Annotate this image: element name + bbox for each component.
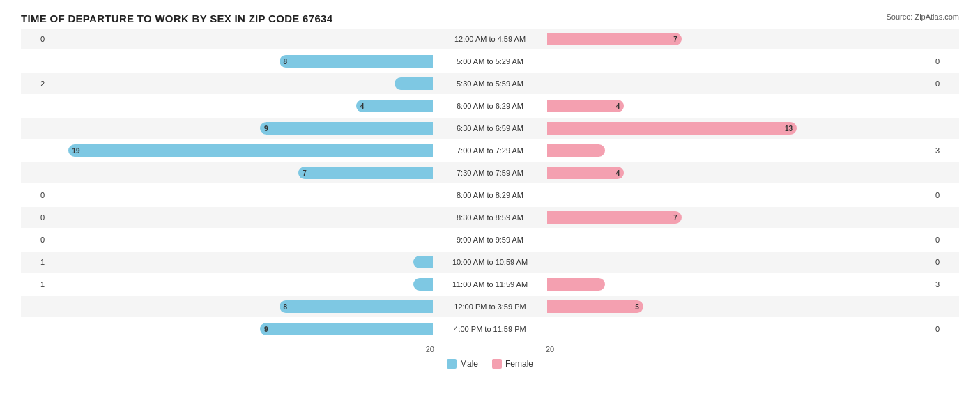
female-bar-area: 4 (546, 167, 931, 179)
female-bar-value: 4 (616, 169, 620, 177)
axis-left-max: 20 (426, 345, 434, 353)
female-outside-value: 3 (931, 280, 959, 289)
male-outside-value: 1 (21, 280, 49, 289)
female-bar-area (546, 55, 931, 68)
time-label: 4:00 PM to 11:59 PM (434, 325, 546, 333)
chart-row: 8 5:00 AM to 5:29 AM 0 (21, 51, 959, 72)
female-bar-area (546, 323, 931, 335)
male-bar: 7 (298, 167, 433, 179)
female-bar-area (546, 278, 931, 291)
male-bar: 8 (280, 55, 433, 68)
time-label: 6:30 AM to 6:59 AM (434, 124, 546, 132)
time-label: 12:00 PM to 3:59 PM (434, 302, 546, 311)
male-bar-area (49, 189, 434, 201)
female-bar-area (546, 189, 931, 201)
chart-container: TIME OF DEPARTURE TO WORK BY SEX IN ZIP … (0, 0, 980, 414)
male-bar-area (49, 233, 434, 246)
male-bar-area: 9 (49, 122, 434, 135)
female-bar-area (546, 256, 931, 268)
chart-row: 0 12:00 AM to 4:59 AM 7 (21, 29, 959, 49)
chart-row: 0 8:30 AM to 8:59 AM 7 (21, 207, 959, 228)
time-label: 5:00 AM to 5:29 AM (434, 57, 546, 66)
female-bar-value: 4 (616, 102, 620, 110)
female-bar (547, 144, 605, 157)
male-outside-value: 0 (21, 35, 49, 43)
legend-male: Male (447, 359, 478, 369)
male-bar (413, 256, 433, 268)
male-outside-value: 0 (21, 191, 49, 199)
female-outside-value: 0 (931, 325, 959, 333)
male-outside-value: 1 (21, 258, 49, 266)
male-outside-value: 0 (21, 236, 49, 244)
male-outside-value: 2 (21, 79, 49, 88)
male-bar-area: 8 (49, 55, 434, 68)
male-outside-value: 0 (21, 213, 49, 222)
chart-row: 9 4:00 PM to 11:59 PM 0 (21, 319, 959, 339)
chart-row: 7 7:30 AM to 7:59 AM 4 (21, 162, 959, 183)
chart-row: 9 6:30 AM to 6:59 AM 13 (21, 118, 959, 139)
male-bar-value: 9 (264, 125, 268, 132)
female-bar-value: 7 (673, 36, 677, 43)
male-bar-value: 9 (264, 325, 268, 333)
chart-row: 19 7:00 AM to 7:29 AM 3 (21, 140, 959, 161)
chart-row: 8 12:00 PM to 3:59 PM 5 (21, 296, 959, 317)
legend-female: Female (492, 359, 533, 369)
male-bar-area (49, 211, 434, 224)
male-bar-area: 19 (49, 144, 434, 157)
chart-row: 0 8:00 AM to 8:29 AM 0 (21, 185, 959, 206)
time-label: 11:00 AM to 11:59 AM (434, 280, 546, 289)
female-bar-area (546, 144, 931, 157)
bars-section: 19 7:00 AM to 7:29 AM (49, 140, 931, 161)
time-label: 12:00 AM to 4:59 AM (434, 35, 546, 43)
time-label: 7:00 AM to 7:29 AM (434, 146, 546, 155)
time-label: 9:00 AM to 9:59 AM (434, 236, 546, 244)
female-bar: 7 (547, 211, 682, 224)
female-bar-value: 5 (635, 303, 639, 311)
legend: Male Female (21, 359, 959, 369)
chart-title: TIME OF DEPARTURE TO WORK BY SEX IN ZIP … (21, 13, 959, 24)
female-bar (547, 278, 605, 291)
male-legend-label: Male (460, 359, 478, 369)
female-bar: 4 (547, 167, 624, 179)
male-bar (413, 278, 433, 291)
bars-section: 12:00 AM to 4:59 AM 7 (49, 29, 931, 49)
time-label: 8:00 AM to 8:29 AM (434, 191, 546, 199)
female-bar-area: 13 (546, 122, 931, 135)
female-bar-area: 7 (546, 33, 931, 45)
bars-section: 5:30 AM to 5:59 AM (49, 73, 931, 94)
female-outside-value: 0 (931, 57, 959, 66)
male-bar-area (49, 33, 434, 45)
male-bar-value: 4 (360, 102, 365, 110)
bars-section: 10:00 AM to 10:59 AM (49, 252, 931, 273)
bars-section: 11:00 AM to 11:59 AM (49, 274, 931, 295)
female-outside-value: 0 (931, 79, 959, 88)
male-bar-value: 8 (284, 58, 288, 66)
time-label: 10:00 AM to 10:59 AM (434, 258, 546, 266)
female-legend-label: Female (505, 359, 533, 369)
time-label: 7:30 AM to 7:59 AM (434, 169, 546, 177)
male-bar-area: 8 (49, 300, 434, 313)
time-label: 6:00 AM to 6:29 AM (434, 102, 546, 110)
axis-right-max: 20 (546, 345, 554, 353)
male-bar-value: 19 (72, 147, 80, 155)
male-legend-box (447, 359, 457, 369)
female-outside-value: 0 (931, 191, 959, 199)
female-bar: 4 (547, 100, 624, 112)
male-bar (395, 77, 433, 90)
male-bar: 9 (260, 122, 433, 135)
chart-row: 4 6:00 AM to 6:29 AM 4 (21, 95, 959, 116)
time-label: 8:30 AM to 8:59 AM (434, 213, 546, 222)
female-bar-area (546, 77, 931, 90)
female-outside-value: 0 (931, 236, 959, 244)
female-bar-value: 13 (785, 125, 793, 132)
chart-area: 0 12:00 AM to 4:59 AM 7 8 (21, 29, 959, 339)
chart-row: 2 5:30 AM to 5:59 AM 0 (21, 73, 959, 94)
time-label: 5:30 AM to 5:59 AM (434, 79, 546, 88)
axis-row: 20 20 (21, 342, 959, 356)
male-bar-value: 8 (284, 303, 288, 311)
male-bar-area: 9 (49, 323, 434, 335)
female-bar: 5 (547, 300, 643, 313)
female-bar-area (546, 233, 931, 246)
male-bar-area: 4 (49, 100, 434, 112)
female-outside-value: 0 (931, 258, 959, 266)
